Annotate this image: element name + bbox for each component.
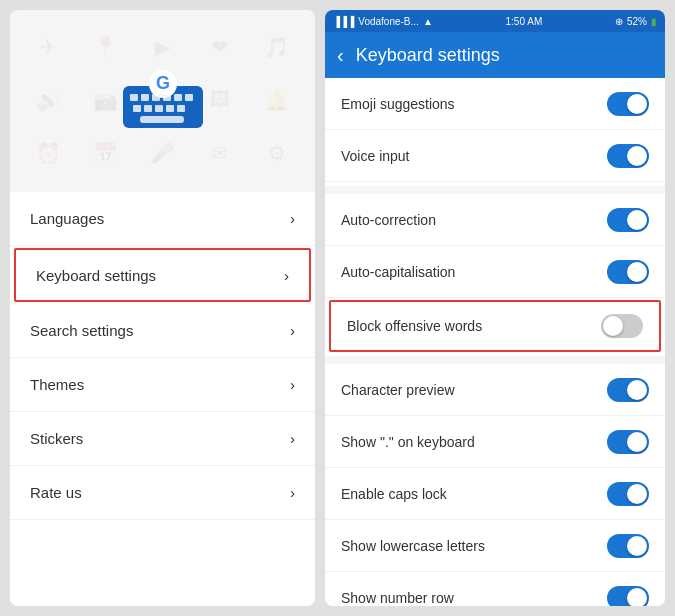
toggle-show-lowercase-letters[interactable] bbox=[607, 534, 649, 558]
settings-item-auto-capitalisation[interactable]: Auto-capitalisation bbox=[325, 246, 665, 298]
toggle-thumb bbox=[627, 94, 647, 114]
toggle-thumb bbox=[627, 484, 647, 504]
status-right: ⊕ 52% ▮ bbox=[615, 16, 657, 27]
toggle-emoji-suggestions[interactable] bbox=[607, 92, 649, 116]
setting-label: Enable caps lock bbox=[341, 486, 607, 502]
settings-item-voice-input[interactable]: Voice input bbox=[325, 130, 665, 182]
status-left: ▐▐▐ Vodafone-B... ▲ bbox=[333, 16, 433, 27]
status-bar: ▐▐▐ Vodafone-B... ▲ 1:50 AM ⊕ 52% ▮ bbox=[325, 10, 665, 32]
setting-label: Show "." on keyboard bbox=[341, 434, 607, 450]
menu-item-stickers[interactable]: Stickers › bbox=[10, 412, 315, 466]
battery-level: 52% bbox=[627, 16, 647, 27]
setting-label: Auto-correction bbox=[341, 212, 607, 228]
settings-item-block-offensive-words[interactable]: Block offensive words bbox=[329, 300, 661, 352]
toggle-thumb bbox=[627, 262, 647, 282]
section-2: Auto-correction Auto-capitalisation Bloc… bbox=[325, 194, 665, 352]
setting-label: Voice input bbox=[341, 148, 607, 164]
left-menu: Languages › Keyboard settings › Search s… bbox=[10, 192, 315, 606]
chevron-icon: › bbox=[284, 267, 289, 284]
wifi-icon: ▲ bbox=[423, 16, 433, 27]
chevron-icon: › bbox=[290, 484, 295, 501]
toggle-show-dot-keyboard[interactable] bbox=[607, 430, 649, 454]
settings-list: Emoji suggestions Voice input Auto-corre… bbox=[325, 78, 665, 606]
settings-item-show-dot-keyboard[interactable]: Show "." on keyboard bbox=[325, 416, 665, 468]
menu-item-keyboard-settings[interactable]: Keyboard settings › bbox=[14, 248, 311, 302]
background-icons: ✈📍▶❤🎵 🔊📷⊕🖼🔔 ⏰📅🎤✉⚙ bbox=[10, 10, 315, 190]
toggle-voice-input[interactable] bbox=[607, 144, 649, 168]
section-divider bbox=[325, 356, 665, 364]
toggle-thumb bbox=[627, 380, 647, 400]
toggle-auto-capitalisation[interactable] bbox=[607, 260, 649, 284]
left-panel: ✈📍▶❤🎵 🔊📷⊕🖼🔔 ⏰📅🎤✉⚙ G bbox=[10, 10, 315, 606]
menu-item-themes[interactable]: Themes › bbox=[10, 358, 315, 412]
settings-item-auto-correction[interactable]: Auto-correction bbox=[325, 194, 665, 246]
toggle-thumb bbox=[627, 146, 647, 166]
chevron-icon: › bbox=[290, 210, 295, 227]
settings-item-character-preview[interactable]: Character preview bbox=[325, 364, 665, 416]
menu-item-rate-us[interactable]: Rate us › bbox=[10, 466, 315, 520]
back-button[interactable]: ‹ bbox=[337, 44, 344, 67]
section-divider bbox=[325, 186, 665, 194]
setting-label: Character preview bbox=[341, 382, 607, 398]
chevron-icon: › bbox=[290, 322, 295, 339]
toolbar-title: Keyboard settings bbox=[356, 45, 500, 66]
toggle-auto-correction[interactable] bbox=[607, 208, 649, 232]
setting-label: Show number row bbox=[341, 590, 607, 606]
toggle-show-number-row[interactable] bbox=[607, 586, 649, 607]
section-1: Emoji suggestions Voice input bbox=[325, 78, 665, 182]
toggle-thumb bbox=[627, 588, 647, 607]
setting-label: Block offensive words bbox=[347, 318, 601, 334]
status-time: 1:50 AM bbox=[506, 16, 543, 27]
setting-label: Auto-capitalisation bbox=[341, 264, 607, 280]
toggle-thumb bbox=[627, 210, 647, 230]
battery-icon: ▮ bbox=[651, 16, 657, 27]
menu-item-search-settings[interactable]: Search settings › bbox=[10, 304, 315, 358]
right-toolbar: ‹ Keyboard settings bbox=[325, 32, 665, 78]
section-3: Character preview Show "." on keyboard E… bbox=[325, 364, 665, 606]
settings-item-show-lowercase-letters[interactable]: Show lowercase letters bbox=[325, 520, 665, 572]
right-panel: ▐▐▐ Vodafone-B... ▲ 1:50 AM ⊕ 52% ▮ ‹ Ke… bbox=[325, 10, 665, 606]
toggle-enable-caps-lock[interactable] bbox=[607, 482, 649, 506]
toggle-thumb bbox=[627, 432, 647, 452]
toggle-block-offensive-words[interactable] bbox=[601, 314, 643, 338]
setting-label: Emoji suggestions bbox=[341, 96, 607, 112]
location-icon: ⊕ bbox=[615, 16, 623, 27]
toggle-character-preview[interactable] bbox=[607, 378, 649, 402]
settings-item-emoji-suggestions[interactable]: Emoji suggestions bbox=[325, 78, 665, 130]
toggle-thumb bbox=[627, 536, 647, 556]
setting-label: Show lowercase letters bbox=[341, 538, 607, 554]
menu-item-languages[interactable]: Languages › bbox=[10, 192, 315, 246]
settings-item-enable-caps-lock[interactable]: Enable caps lock bbox=[325, 468, 665, 520]
settings-item-show-number-row[interactable]: Show number row bbox=[325, 572, 665, 606]
chevron-icon: › bbox=[290, 376, 295, 393]
carrier-name: Vodafone-B... bbox=[358, 16, 419, 27]
chevron-icon: › bbox=[290, 430, 295, 447]
toggle-thumb bbox=[603, 316, 623, 336]
signal-icon: ▐▐▐ bbox=[333, 16, 354, 27]
logo-area: ✈📍▶❤🎵 🔊📷⊕🖼🔔 ⏰📅🎤✉⚙ G bbox=[10, 10, 315, 190]
